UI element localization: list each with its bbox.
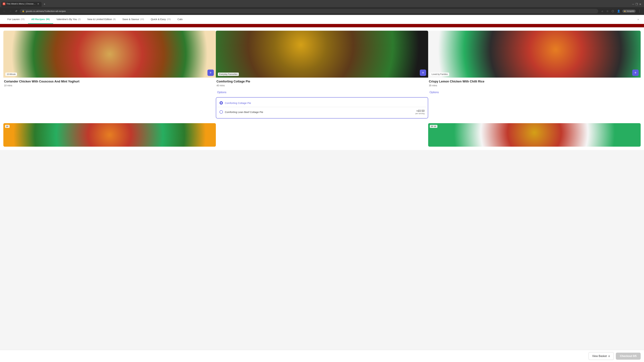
incognito-icon: 🕵 [624,10,626,12]
category-quick-easy-label: Quick & Easy [151,18,166,21]
address-bar-row: ← → ↺ 🔒 gousto.co.uk/menu?collection=all… [0,7,644,15]
recipe-image-wrap-chicken: Loved by Families + [428,31,641,78]
add-button-chicken[interactable]: + [632,69,639,76]
recipe-time-pie: 40 mins [216,84,428,87]
recipe-title-chicken: Crispy Lemon Chicken With Chilli Rice [429,80,640,83]
option-row-standard[interactable]: Comforting Cottage Pie [218,99,427,107]
category-nav: For Lauren (15) All Recipes (96) Valenti… [0,15,644,24]
recipe-grid: 10-Minute + Coriander Chicken With Cousc… [0,27,644,123]
window-controls: ─ ❐ ✕ [631,1,643,7]
tab-title: This Week's Menu | Choose Fro... [6,2,36,5]
add-button-coriander[interactable]: + [208,69,214,76]
recipe-title-pie: Comforting Cottage Pie [216,80,428,83]
category-quick-easy-count: (23) [167,18,171,20]
recipe-card-df-salad: DF [3,123,216,147]
category-save-savour[interactable]: Save & Savour (10) [119,15,148,24]
options-area-chicken: Options [428,89,641,96]
recipe-image-coriander [3,31,216,78]
diet-badge-df-gf: DF GF [430,125,438,128]
address-bar[interactable]: 🔒 gousto.co.uk/menu?collection=all-recip… [20,9,598,13]
bookmark-icon[interactable]: ☆ [606,9,609,13]
category-all-recipes[interactable]: All Recipes (96) [28,15,53,24]
profile-icon[interactable]: 👤 [616,9,621,13]
recipe-card-cottage-pie: Everyday Favourites + Comforting Cottage… [216,31,428,120]
option-label-lean: Comforting Lean Beef Cottage Pie [225,111,414,113]
back-button[interactable]: ← [2,9,7,13]
recipe-image-wrap-coriander: 10-Minute + [3,31,216,78]
category-save-savour-label: Save & Savour [122,18,139,21]
category-for-lauren[interactable]: For Lauren (15) [4,15,28,24]
option-radio-standard [220,101,223,105]
options-area-pie: Options [216,89,428,96]
tab-bar: G This Week's Menu | Choose Fro... ✕ + ─… [0,0,644,7]
category-valentines-count: (2) [78,18,81,20]
browser-chrome: G This Week's Menu | Choose Fro... ✕ + ─… [0,0,644,15]
options-link-chicken[interactable]: Options [429,89,440,95]
category-new-limited-label: New & Limited Edition [88,18,112,21]
reload-button[interactable]: ↺ [14,9,18,13]
option-label-standard: Comforting Cottage Pie [225,102,425,104]
category-for-lauren-count: (15) [21,18,24,20]
new-tab-button[interactable]: + [42,2,47,7]
recipe-info-coriander: Coriander Chicken With Couscous And Mint… [3,78,216,89]
recipe-info-pie: Comforting Cottage Pie 40 mins [216,78,428,89]
browser-menu-button[interactable]: ⋮ [637,8,642,13]
diet-badge-df: DF [5,125,10,128]
address-bar-actions: ⌕ ☆ ⬡ 👤 [601,9,621,13]
recipe-time-chicken: 35 mins [429,84,640,87]
recipe-card-lemon-chicken: Loved by Families + Crispy Lemon Chicken… [428,31,641,120]
recipe-image-chicken [428,31,641,78]
option-price-lean: +£0.50 per serving [416,109,424,114]
recipe-image-pie [216,31,428,78]
incognito-label: Incognito [627,10,634,12]
forward-button[interactable]: → [8,9,13,13]
recipe-tag-chicken: Loved by Families [430,72,449,76]
active-tab[interactable]: G This Week's Menu | Choose Fro... ✕ [1,2,42,7]
recipe-image-df-gf-salad [428,123,641,147]
category-save-savour-count: (10) [140,18,144,20]
category-new-limited[interactable]: New & Limited Edition (8) [84,15,119,24]
lock-icon: 🔒 [22,10,24,12]
red-banner [0,24,644,27]
page-content: For Lauren (15) All Recipes (96) Valenti… [0,15,644,150]
minimize-button[interactable]: ─ [632,3,634,6]
recipe-title-coriander: Coriander Chicken With Couscous And Mint… [4,80,215,83]
search-icon[interactable]: ⌕ [601,9,604,13]
incognito-badge: 🕵 Incognito [622,9,636,13]
recipe-card-coriander-chicken: 10-Minute + Coriander Chicken With Cousc… [3,31,216,120]
option-price-amount: +£0.50 [416,109,424,112]
restore-button[interactable]: ❐ [636,3,638,6]
options-popup-pie: Comforting Cottage Pie Comforting Lean B… [216,97,428,118]
recipe-image-wrap-pie: Everyday Favourites + [216,31,428,78]
category-new-limited-count: (8) [113,18,116,20]
recipe-tag-pie: Everyday Favourites [218,72,239,76]
add-button-pie[interactable]: + [420,69,426,76]
tab-close-button[interactable]: ✕ [37,2,40,5]
url-text: gousto.co.uk/menu?collection=all-recipes [26,10,66,12]
recipe-tag-coriander: 10-Minute [5,72,17,76]
recipe-card-df-gf-salad: DF GF [428,123,641,147]
options-link-pie[interactable]: Options [216,89,227,95]
recipe-grid-row2: DF DF GF [0,123,644,150]
category-all-recipes-label: All Recipes [31,18,45,21]
recipe-time-coriander: 10 mins [4,84,215,87]
category-calorie-label: Calo [178,18,183,21]
category-all-recipes-count: (96) [46,18,50,20]
recipe-card-empty [216,123,428,147]
category-nav-arrow[interactable]: › [636,15,640,24]
category-quick-easy[interactable]: Quick & Easy (23) [148,15,174,24]
recipe-image-df-salad [3,123,216,147]
option-radio-lean [220,110,223,114]
category-valentines[interactable]: Valentine's By You (2) [53,15,84,24]
close-window-button[interactable]: ✕ [639,3,641,6]
option-row-lean[interactable]: Comforting Lean Beef Cottage Pie +£0.50 … [218,107,427,117]
category-valentines-label: Valentine's By You [56,18,77,21]
recipe-info-chicken: Crispy Lemon Chicken With Chilli Rice 35… [428,78,641,89]
category-calorie[interactable]: Calo [174,15,186,24]
tab-favicon: G [3,2,5,5]
category-for-lauren-label: For Lauren [8,18,20,21]
extensions-icon[interactable]: ⬡ [611,9,615,13]
option-price-sub: per serving [416,112,424,114]
